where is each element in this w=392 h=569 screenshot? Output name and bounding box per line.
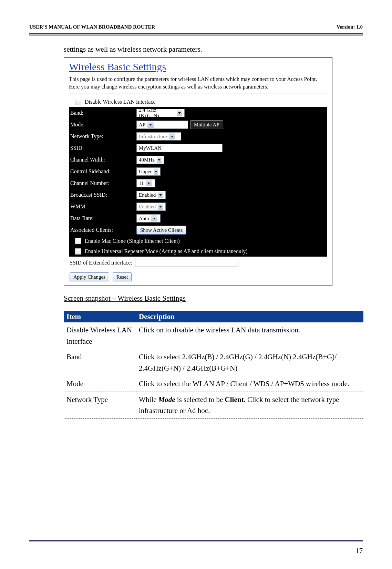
doc-header-left: USER'S MANUAL OF WLAN BROADBAND ROUTER xyxy=(29,24,155,30)
broadcast-ssid-value: Enabled xyxy=(139,192,156,198)
chevron-down-icon xyxy=(151,215,157,221)
wmm-value: Enabled xyxy=(139,204,156,210)
table-cell-desc: While Mode is selected to be Client. Cli… xyxy=(136,392,363,418)
header-rule-thick xyxy=(29,33,363,34)
table-cell-desc: Click on to disable the wireless LAN dat… xyxy=(136,322,363,349)
universal-repeater-checkbox[interactable] xyxy=(75,248,81,255)
network-type-select[interactable]: Infrastructure xyxy=(136,132,181,141)
header-rule-thin xyxy=(29,35,363,35)
channel-width-select[interactable]: 40MHz xyxy=(136,156,164,164)
chevron-down-icon xyxy=(146,180,152,186)
action-row: Apply Changes Reset xyxy=(69,269,327,281)
ssid-input[interactable]: MyWLAN xyxy=(136,144,223,152)
broadcast-ssid-select[interactable]: Enabled xyxy=(136,191,166,199)
mode-label: Mode: xyxy=(70,122,136,128)
footer-separator xyxy=(29,539,363,541)
band-value: 2.4 GHz (B+G+N) xyxy=(139,107,175,119)
channel-number-label: Channel Number: xyxy=(70,180,136,186)
extended-ssid-row: SSID of Extended Interface: xyxy=(69,257,327,269)
extended-ssid-label: SSID of Extended Interface: xyxy=(70,260,132,266)
table-cell-item: Network Type xyxy=(64,392,136,418)
chevron-down-icon xyxy=(158,192,163,198)
page-number: 17 xyxy=(355,547,363,555)
wmm-select[interactable]: Enabled xyxy=(136,203,166,211)
mac-clone-checkbox[interactable] xyxy=(75,238,81,244)
table-row: Disable Wireless LAN InterfaceClick on t… xyxy=(64,322,363,349)
extended-ssid-input[interactable] xyxy=(135,259,238,267)
band-row: Band: 2.4 GHz (B+G+N) xyxy=(69,107,327,119)
assoc-clients-label: Associated Clients: xyxy=(70,227,136,233)
network-type-value: Infrastructure xyxy=(139,134,167,139)
table-cell-desc: Click to select 2.4GHz(B) / 2.4GHz(G) / … xyxy=(136,349,363,376)
ssid-label: SSID: xyxy=(70,145,136,151)
table-cell-desc: Click to select the WLAN AP / Client / W… xyxy=(136,376,363,392)
table-header-item: Item xyxy=(64,311,136,322)
channel-number-row: Channel Number: 11 xyxy=(69,177,327,189)
show-active-clients-button[interactable]: Show Active Clients xyxy=(136,226,186,235)
mode-value: AP xyxy=(139,122,145,128)
multiple-ap-button[interactable]: Multiple AP xyxy=(190,120,223,129)
doc-header-right: Version: 1.0 xyxy=(337,24,363,30)
broadcast-ssid-row: Broadcast SSID: Enabled xyxy=(69,189,327,201)
channel-number-value: 11 xyxy=(139,180,144,186)
screenshot-caption: Screen snapshot – Wireless Basic Setting… xyxy=(64,294,363,303)
control-sideband-value: Upper xyxy=(139,169,152,175)
table-row: BandClick to select 2.4GHz(B) / 2.4GHz(G… xyxy=(64,349,363,376)
chevron-down-icon xyxy=(169,133,175,139)
control-sideband-select[interactable]: Upper xyxy=(136,167,161,176)
network-type-label: Network Type: xyxy=(70,133,136,139)
universal-repeater-label: Enable Universal Repeater Mode (Acting a… xyxy=(85,248,248,255)
network-type-row: Network Type: Infrastructure xyxy=(69,131,327,142)
mode-row: Mode: AP Multiple AP xyxy=(69,119,327,131)
table-cell-item: Mode xyxy=(64,376,136,392)
channel-width-label: Channel Width: xyxy=(70,157,136,163)
disable-wlan-checkbox[interactable] xyxy=(75,99,81,105)
broadcast-ssid-label: Broadcast SSID: xyxy=(70,192,136,198)
panel-title: Wireless Basic Settings xyxy=(69,61,327,73)
screenshot-panel: Wireless Basic Settings This page is use… xyxy=(64,57,332,286)
wmm-label: WMM: xyxy=(70,204,136,210)
data-rate-row: Data Rate: Auto xyxy=(69,213,327,224)
data-rate-label: Data Rate: xyxy=(70,215,136,221)
mode-select[interactable]: AP xyxy=(136,121,188,129)
panel-divider xyxy=(69,93,327,93)
control-sideband-label: Control Sideband: xyxy=(70,168,136,175)
apply-changes-button[interactable]: Apply Changes xyxy=(70,272,109,281)
chevron-down-icon xyxy=(154,168,158,175)
channel-width-row: Channel Width: 40MHz xyxy=(69,154,327,166)
channel-number-select[interactable]: 11 xyxy=(136,179,155,187)
channel-width-value: 40MHz xyxy=(139,157,155,163)
data-rate-value: Auto xyxy=(139,216,149,221)
mac-clone-row: Enable Mac Clone (Single Ethernet Client… xyxy=(69,236,327,246)
disable-wlan-row: Disable Wireless LAN Interface xyxy=(69,97,327,107)
table-row: ModeClick to select the WLAN AP / Client… xyxy=(64,376,363,392)
table-cell-item: Band xyxy=(64,349,136,376)
chevron-down-icon xyxy=(157,157,162,163)
chevron-down-icon xyxy=(147,122,154,128)
wmm-row: WMM: Enabled xyxy=(69,201,327,213)
intro-text: settings as well as wireless network par… xyxy=(64,45,363,54)
panel-description: This page is used to configure the param… xyxy=(69,75,327,90)
data-rate-select[interactable]: Auto xyxy=(136,214,161,223)
band-label: Band: xyxy=(70,110,136,116)
control-sideband-row: Control Sideband: Upper xyxy=(69,166,327,177)
mac-clone-label: Enable Mac Clone (Single Ethernet Client… xyxy=(85,238,180,244)
table-row: Network TypeWhile Mode is selected to be… xyxy=(64,392,363,418)
table-header-desc: Description xyxy=(136,311,363,322)
description-table: Item Description Disable Wireless LAN In… xyxy=(64,311,363,419)
doc-header: USER'S MANUAL OF WLAN BROADBAND ROUTER V… xyxy=(29,24,363,30)
band-select[interactable]: 2.4 GHz (B+G+N) xyxy=(136,109,185,117)
ssid-row: SSID: MyWLAN xyxy=(69,142,327,154)
reset-button[interactable]: Reset xyxy=(113,272,132,281)
assoc-clients-row: Associated Clients: Show Active Clients xyxy=(69,224,327,236)
chevron-down-icon xyxy=(158,204,163,210)
chevron-down-icon xyxy=(177,110,182,116)
disable-wlan-label: Disable Wireless LAN Interface xyxy=(85,99,156,105)
universal-repeater-row: Enable Universal Repeater Mode (Acting a… xyxy=(69,246,327,257)
table-cell-item: Disable Wireless LAN Interface xyxy=(64,322,136,349)
